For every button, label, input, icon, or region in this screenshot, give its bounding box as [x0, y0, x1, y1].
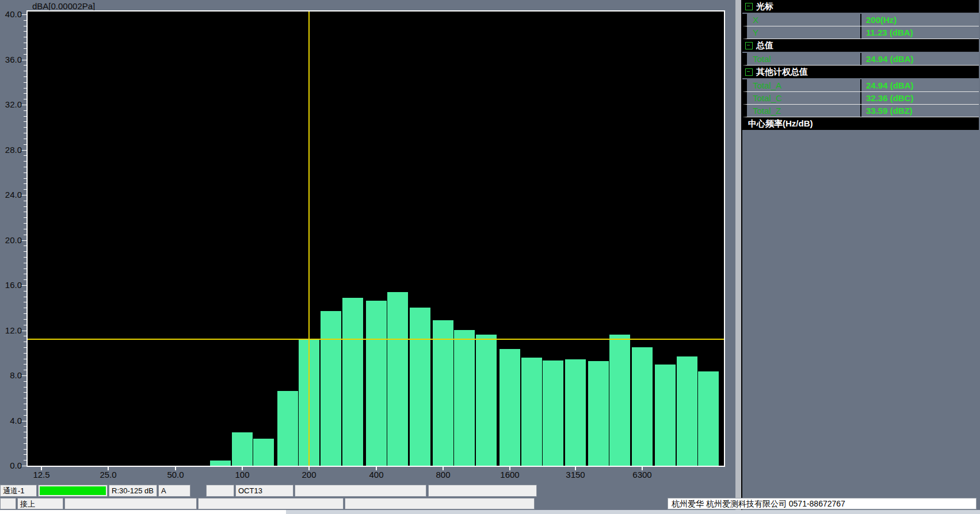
- y-axis-tick: [24, 144, 26, 145]
- y-axis-tick: [24, 133, 26, 133]
- cursor-vertical-line[interactable]: [308, 11, 310, 466]
- y-axis-tick: [24, 398, 26, 398]
- panel-row-value: 11.23 (dBA): [860, 26, 975, 39]
- freq-band-bar[interactable]: [655, 365, 676, 466]
- freq-band-bar[interactable]: [543, 360, 563, 466]
- y-axis-tick: [24, 319, 26, 320]
- y-axis-tick: [24, 454, 26, 455]
- y-axis-tick: [21, 240, 26, 241]
- freq-band-bar[interactable]: [433, 320, 453, 466]
- freq-band-bar[interactable]: [210, 461, 231, 466]
- y-axis-tick: [24, 110, 26, 111]
- freq-band-bar[interactable]: [366, 301, 387, 466]
- freq-band-bar[interactable]: [387, 292, 408, 466]
- y-axis-tick: [24, 189, 26, 190]
- y-axis-tick: [24, 155, 26, 156]
- freq-band-bar[interactable]: [232, 432, 253, 466]
- y-axis-tick: [24, 71, 26, 71]
- y-axis-tick: [21, 421, 26, 421]
- freq-band-bar[interactable]: [588, 361, 609, 466]
- panel-section-header[interactable]: 其他计权总值: [742, 66, 979, 78]
- y-axis-tick: [24, 99, 26, 99]
- y-axis-tick: [24, 274, 26, 274]
- y-axis-tick: [24, 415, 26, 416]
- level-meter-bar: [40, 486, 106, 495]
- freq-band-bar[interactable]: [342, 298, 363, 466]
- y-axis-tick: [21, 14, 26, 15]
- y-axis-tick: [24, 212, 26, 212]
- y-axis-tick: [24, 37, 26, 37]
- panel-row-label: Y: [753, 26, 758, 39]
- panel-splitter[interactable]: [735, 0, 741, 514]
- freq-band-bar[interactable]: [521, 358, 542, 466]
- y-axis-tick: [24, 48, 26, 49]
- y-axis-tick: [24, 257, 26, 258]
- plot-area[interactable]: [26, 10, 725, 467]
- panel-section-header[interactable]: 总值: [742, 39, 979, 52]
- y-axis-tick: [24, 178, 26, 179]
- y-axis-tick: [24, 353, 26, 354]
- freq-band-bar[interactable]: [565, 359, 586, 466]
- bottom-strip-left: [0, 510, 286, 514]
- panel-row: Total_Z33.59 (dBZ): [742, 105, 979, 117]
- collapse-icon[interactable]: [745, 42, 753, 49]
- y-axis-tick: [24, 20, 26, 21]
- freq-band-bar[interactable]: [277, 391, 298, 466]
- freq-band-bar[interactable]: [698, 371, 719, 466]
- y-axis-tick: [24, 217, 26, 218]
- freq-band-bar[interactable]: [476, 335, 497, 466]
- y-axis-tick: [24, 404, 26, 404]
- y-axis-tick: [24, 336, 26, 336]
- y-axis-label: 4.0: [0, 416, 22, 426]
- cursor-horizontal-line[interactable]: [28, 339, 724, 340]
- y-axis-tick: [24, 364, 26, 365]
- panel-row-label: Total_Z: [753, 105, 781, 117]
- y-axis-tick: [21, 105, 26, 105]
- y-axis-tick: [21, 60, 26, 60]
- panel-section-header[interactable]: 光标: [742, 0, 979, 13]
- x-axis-label: 6300: [622, 470, 662, 480]
- panel-row-value: 24.94 (dBA): [860, 53, 975, 65]
- freq-band-bar[interactable]: [632, 347, 653, 466]
- status-cell: [428, 485, 537, 497]
- status-cell: [64, 498, 197, 509]
- y-axis-tick: [24, 449, 26, 450]
- y-axis-label: 0.0: [0, 461, 22, 471]
- freq-band-bar[interactable]: [253, 439, 274, 466]
- panel-row: Total24.94 (dBA): [742, 53, 979, 66]
- freq-band-bar[interactable]: [321, 311, 341, 466]
- y-axis-tick: [21, 150, 26, 151]
- panel-section-header[interactable]: 中心频率(Hz/dB): [742, 117, 979, 130]
- freq-band-bar[interactable]: [609, 335, 630, 466]
- collapse-icon[interactable]: [745, 3, 753, 10]
- freq-band-bar[interactable]: [410, 308, 430, 466]
- y-axis-tick: [24, 43, 26, 43]
- y-axis-tick: [24, 82, 26, 83]
- y-axis-tick: [24, 392, 26, 393]
- panel-row-value: 24.94 (dBA): [860, 79, 975, 91]
- x-axis-label: 1600: [490, 470, 530, 480]
- panel-row-value: 200(Hz): [860, 14, 975, 26]
- x-axis-label: 100: [222, 470, 262, 480]
- y-axis-label: 32.0: [0, 99, 22, 110]
- y-axis-tick: [24, 206, 26, 207]
- freq-band-bar[interactable]: [677, 356, 697, 466]
- freq-band-bar[interactable]: [454, 330, 475, 466]
- collapse-icon[interactable]: [745, 68, 753, 76]
- status-cell: [345, 498, 535, 509]
- panel-row-label: Total: [753, 53, 771, 65]
- y-axis-tick: [24, 297, 26, 297]
- freq-band-bar[interactable]: [499, 349, 520, 466]
- y-axis-tick: [24, 93, 26, 94]
- y-axis-tick: [24, 116, 26, 117]
- y-axis-tick: [24, 183, 26, 184]
- y-axis-tick: [21, 466, 26, 466]
- y-axis-label: 28.0: [0, 145, 22, 155]
- status-cell: [206, 485, 234, 497]
- x-axis-label: 400: [356, 470, 396, 480]
- company-info: 杭州爱华 杭州爱测科技有限公司 0571-88672767: [668, 498, 977, 509]
- y-axis-tick: [24, 76, 26, 77]
- y-axis-tick: [24, 235, 26, 235]
- y-axis-tick: [24, 246, 26, 246]
- y-axis-tick: [24, 387, 26, 388]
